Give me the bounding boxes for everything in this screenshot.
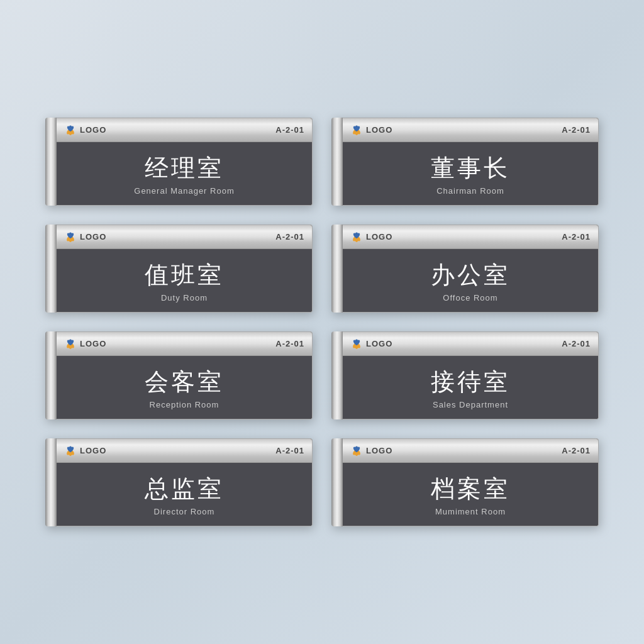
logo-area-reception: LOGO	[64, 338, 106, 350]
logo-icon-duty	[64, 231, 77, 243]
sign-header-reception: LOGO A-2-01	[57, 332, 312, 356]
room-code-office: A-2-01	[562, 232, 591, 242]
sign-body-chairman: LOGO A-2-01 董事长 Chairman Room	[343, 118, 599, 206]
logo-area-general-manager: LOGO	[64, 124, 106, 136]
sign-content-chairman: 董事长 Chairman Room	[343, 142, 598, 205]
logo-icon-sales	[350, 338, 363, 350]
sign-office: LOGO A-2-01 办公室 Offoce Room	[331, 225, 599, 313]
english-name-duty: Duty Room	[161, 293, 208, 303]
logo-icon-chairman	[350, 124, 363, 136]
sign-body-general-manager: LOGO A-2-01 经理室 General Manager Room	[57, 118, 313, 206]
sign-body-duty: LOGO A-2-01 值班室 Duty Room	[57, 225, 313, 313]
side-bar-archive	[331, 438, 343, 526]
english-name-sales: Sales Department	[433, 400, 508, 409]
sign-content-general-manager: 经理室 General Manager Room	[57, 142, 312, 205]
logo-text-sales: LOGO	[366, 339, 392, 348]
sign-header-sales: LOGO A-2-01	[343, 332, 598, 356]
logo-area-archive: LOGO	[350, 445, 392, 457]
logo-text-archive: LOGO	[366, 446, 392, 455]
sign-header-chairman: LOGO A-2-01	[343, 118, 598, 142]
side-bar-general-manager	[45, 118, 57, 206]
sign-content-office: 办公室 Offoce Room	[343, 249, 598, 312]
sign-chairman: LOGO A-2-01 董事长 Chairman Room	[331, 118, 599, 206]
side-bar-director	[45, 438, 57, 526]
sign-content-archive: 档案室 Mumiment Room	[343, 463, 598, 526]
room-code-duty: A-2-01	[275, 232, 304, 242]
room-code-sales: A-2-01	[562, 339, 591, 348]
logo-text-duty: LOGO	[80, 232, 106, 242]
side-bar-duty	[45, 225, 57, 313]
chinese-name-office: 办公室	[431, 261, 510, 290]
sign-header-director: LOGO A-2-01	[57, 439, 312, 463]
chinese-name-general-manager: 经理室	[145, 154, 224, 183]
sign-general-manager: LOGO A-2-01 经理室 General Manager Room	[45, 118, 313, 206]
chinese-name-sales: 接待室	[431, 368, 510, 397]
side-bar-sales	[331, 331, 343, 419]
chinese-name-director: 总监室	[145, 475, 224, 504]
sign-body-office: LOGO A-2-01 办公室 Offoce Room	[343, 225, 599, 313]
sign-header-office: LOGO A-2-01	[343, 225, 598, 249]
chinese-name-archive: 档案室	[431, 475, 510, 504]
room-code-general-manager: A-2-01	[275, 125, 304, 135]
sign-reception: LOGO A-2-01 会客室 Reception Room	[45, 331, 313, 419]
chinese-name-duty: 值班室	[145, 261, 224, 290]
room-code-chairman: A-2-01	[562, 125, 591, 135]
sign-director: LOGO A-2-01 总监室 Director Room	[45, 438, 313, 526]
logo-area-chairman: LOGO	[350, 124, 392, 136]
chinese-name-chairman: 董事长	[431, 154, 510, 183]
english-name-general-manager: General Manager Room	[134, 186, 234, 196]
chinese-name-reception: 会客室	[145, 368, 224, 397]
english-name-office: Offoce Room	[443, 293, 497, 303]
sign-sales: LOGO A-2-01 接待室 Sales Department	[331, 331, 599, 419]
logo-icon-reception	[64, 338, 77, 350]
logo-icon-director	[64, 445, 77, 457]
sign-content-reception: 会客室 Reception Room	[57, 356, 312, 419]
logo-area-office: LOGO	[350, 231, 392, 243]
sign-body-sales: LOGO A-2-01 接待室 Sales Department	[343, 331, 599, 419]
logo-icon-archive	[350, 445, 363, 457]
english-name-chairman: Chairman Room	[436, 186, 504, 196]
sign-header-duty: LOGO A-2-01	[57, 225, 312, 249]
room-code-archive: A-2-01	[562, 446, 591, 455]
sign-content-duty: 值班室 Duty Room	[57, 249, 312, 312]
logo-area-sales: LOGO	[350, 338, 392, 350]
sign-content-sales: 接待室 Sales Department	[343, 356, 598, 419]
logo-text-chairman: LOGO	[366, 125, 392, 135]
sign-duty: LOGO A-2-01 值班室 Duty Room	[45, 225, 313, 313]
english-name-director: Director Room	[154, 507, 215, 516]
english-name-reception: Reception Room	[150, 400, 219, 409]
logo-text-reception: LOGO	[80, 339, 106, 348]
sign-content-director: 总监室 Director Room	[57, 463, 312, 526]
sign-body-director: LOGO A-2-01 总监室 Director Room	[57, 438, 313, 526]
sign-body-reception: LOGO A-2-01 会客室 Reception Room	[57, 331, 313, 419]
logo-icon-general-manager	[64, 124, 77, 136]
logo-area-duty: LOGO	[64, 231, 106, 243]
logo-text-office: LOGO	[366, 232, 392, 242]
logo-icon-office	[350, 231, 363, 243]
sign-body-archive: LOGO A-2-01 档案室 Mumiment Room	[343, 438, 599, 526]
side-bar-reception	[45, 331, 57, 419]
room-code-reception: A-2-01	[275, 339, 304, 348]
signs-grid: LOGO A-2-01 经理室 General Manager Room	[20, 92, 624, 552]
sign-archive: LOGO A-2-01 档案室 Mumiment Room	[331, 438, 599, 526]
logo-text-director: LOGO	[80, 446, 106, 455]
side-bar-chairman	[331, 118, 343, 206]
logo-text-general-manager: LOGO	[80, 125, 106, 135]
sign-header-general-manager: LOGO A-2-01	[57, 118, 312, 142]
sign-header-archive: LOGO A-2-01	[343, 439, 598, 463]
side-bar-office	[331, 225, 343, 313]
english-name-archive: Mumiment Room	[435, 507, 506, 516]
logo-area-director: LOGO	[64, 445, 106, 457]
room-code-director: A-2-01	[275, 446, 304, 455]
